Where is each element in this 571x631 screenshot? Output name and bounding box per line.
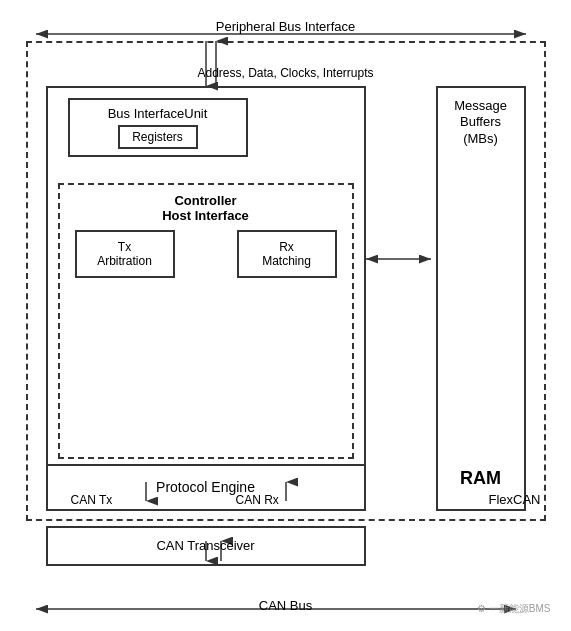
can-bus-label: CAN Bus [259, 598, 312, 613]
registers-box: Registers [118, 125, 198, 149]
addr-data-label: Address, Data, Clocks, Interrupts [197, 66, 373, 80]
diagram: Peripheral Bus Interface Address, Data, … [16, 11, 556, 621]
mb-label: Message Buffers (MBs) [454, 98, 507, 149]
message-buffers-box: Message Buffers (MBs) RAM [436, 86, 526, 511]
tx-arbitration-box: Tx Arbitration [75, 230, 175, 278]
bus-interface-unit-box: Bus InterfaceUnit Registers [68, 98, 248, 157]
can-rx-label: CAN Rx [236, 493, 279, 507]
chi-label: Controller Host Interface [162, 193, 249, 223]
main-box: Bus InterfaceUnit Registers Controller H… [46, 86, 366, 511]
ram-label: RAM [460, 468, 501, 489]
flexcan-label: FlexCAN [488, 492, 540, 507]
rx-matching-box: Rx Matching [237, 230, 337, 278]
can-transceiver-box: CAN Transceiver [46, 526, 366, 566]
can-tx-label: CAN Tx [71, 493, 113, 507]
peripheral-bus-label: Peripheral Bus Interface [216, 19, 355, 34]
chi-box: Controller Host Interface Tx Arbitration… [58, 183, 354, 459]
bus-unit-label: Bus InterfaceUnit [80, 106, 236, 121]
watermark: ⚙ 一新能源BMS [477, 602, 550, 616]
